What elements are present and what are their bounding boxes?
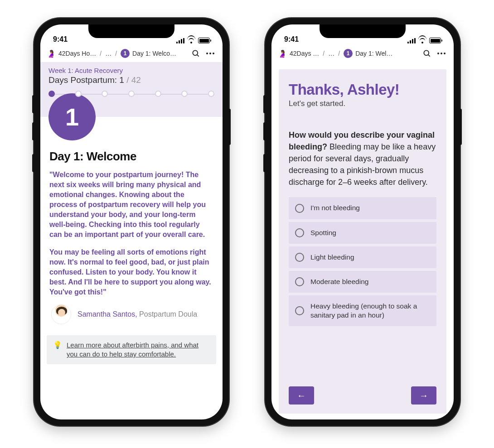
phone-notch xyxy=(320,24,406,38)
breadcrumb-bar: 🤰🏽 42Days … / … / 1 Day 1: Wel… xyxy=(271,45,454,62)
svg-line-3 xyxy=(428,55,430,57)
survey-question: How would you describe your vaginal blee… xyxy=(289,129,436,188)
page-content: Week 1: Acute Recovery Days Postpartum: … xyxy=(40,62,223,419)
breadcrumb-sep: / xyxy=(322,50,325,57)
breadcrumb-sep: / xyxy=(114,50,118,57)
option-label: I'm not bleeding xyxy=(310,203,360,212)
status-time: 9:41 xyxy=(53,35,68,43)
survey-card: Thanks, Ashley! Let's get started. How w… xyxy=(279,69,446,414)
day-number-badge: 1 xyxy=(48,93,96,140)
app-icon[interactable]: 🤰🏽 xyxy=(47,49,56,58)
step-dot[interactable] xyxy=(102,91,108,97)
phone-notch xyxy=(88,24,174,38)
status-icons xyxy=(176,38,210,43)
option-label: Spotting xyxy=(310,228,336,237)
intro-quote-2: You may be feeling all sorts of emotions… xyxy=(49,247,213,297)
step-dot[interactable] xyxy=(181,91,188,97)
thanks-subheading: Let's get started. xyxy=(289,99,436,108)
breadcrumb-mid[interactable]: … xyxy=(105,50,111,57)
breadcrumb-sep: / xyxy=(337,50,341,57)
step-dot[interactable] xyxy=(155,91,161,97)
status-icons xyxy=(407,38,441,43)
cellular-icon xyxy=(176,38,184,43)
radio-icon xyxy=(295,228,304,237)
radio-icon xyxy=(295,277,304,286)
breadcrumb-current[interactable]: Day 1: Welco… xyxy=(132,50,176,57)
breadcrumb-root[interactable]: 42Days … xyxy=(290,50,319,57)
radio-icon xyxy=(295,253,304,262)
search-icon[interactable] xyxy=(421,49,433,58)
days-label: Days Postpartum: xyxy=(48,75,117,85)
radio-icon xyxy=(295,306,304,315)
intro-quote-1: "Welcome to your postpartum journey! The… xyxy=(49,170,213,240)
survey-option[interactable]: Spotting xyxy=(289,222,436,244)
step-dot[interactable] xyxy=(48,91,55,97)
step-dot[interactable] xyxy=(128,91,135,97)
breadcrumb-badge: 1 xyxy=(121,49,130,58)
svg-point-0 xyxy=(193,50,198,55)
more-icon[interactable] xyxy=(204,53,216,54)
breadcrumb-bar: 🤰🏽 42Days Ho… / … / 1 Day 1: Welco… xyxy=(40,45,223,62)
wifi-icon xyxy=(418,38,426,43)
thanks-heading: Thanks, Ashley! xyxy=(289,81,436,98)
prev-button[interactable]: ← xyxy=(289,386,314,405)
battery-icon xyxy=(198,38,210,43)
step-dot[interactable] xyxy=(75,91,82,97)
phone-mockup-left: 9:41 🤰🏽 42Days Ho… / … / 1 Day 1: Welco… xyxy=(34,18,229,426)
option-list: I'm not bleedingSpottingLight bleedingMo… xyxy=(289,197,436,326)
breadcrumb-badge: 1 xyxy=(344,49,353,58)
status-time: 9:41 xyxy=(284,35,299,43)
radio-icon xyxy=(295,204,304,213)
days-current: 1 xyxy=(119,75,124,85)
wifi-icon xyxy=(187,38,195,43)
battery-icon xyxy=(429,38,441,43)
phone-screen: 9:41 🤰🏽 42Days Ho… / … / 1 Day 1: Welco… xyxy=(40,24,223,419)
page-title: Day 1: Welcome xyxy=(49,149,213,164)
lightbulb-icon: 💡 xyxy=(53,341,62,349)
breadcrumb-current[interactable]: Day 1: Wel… xyxy=(355,50,392,57)
survey-option[interactable]: Heavy bleeding (enough to soak a sanitar… xyxy=(289,295,436,326)
survey-option[interactable]: Light bleeding xyxy=(289,246,436,268)
author-avatar xyxy=(51,304,71,324)
option-label: Moderate bleeding xyxy=(310,277,368,286)
svg-line-1 xyxy=(197,55,199,57)
phone-screen: 9:41 🤰🏽 42Days … / … / 1 Day 1: Wel… Tha… xyxy=(271,24,454,419)
app-icon[interactable]: 🤰🏽 xyxy=(278,49,287,58)
option-label: Light bleeding xyxy=(310,253,354,262)
tip-callout[interactable]: 💡 Learn more about afterbirth pains, and… xyxy=(47,335,216,365)
page-content: Thanks, Ashley! Let's get started. How w… xyxy=(271,62,454,419)
author-row: Samantha Santos, Postpartum Doula xyxy=(49,304,213,324)
author-role: Postpartum Doula xyxy=(137,310,198,318)
survey-option[interactable]: Moderate bleeding xyxy=(289,271,436,293)
week-label: Week 1: Acute Recovery xyxy=(40,65,223,75)
breadcrumb-mid[interactable]: … xyxy=(328,50,334,57)
option-label: Heavy bleeding (enough to soak a sanitar… xyxy=(310,302,430,320)
phone-mockup-right: 9:41 🤰🏽 42Days … / … / 1 Day 1: Wel… Tha… xyxy=(265,18,460,426)
progress-header: Week 1: Acute Recovery Days Postpartum: … xyxy=(40,62,223,117)
tip-text: Learn more about afterbirth pains, and w… xyxy=(67,341,210,359)
next-button[interactable]: → xyxy=(411,386,436,405)
svg-point-2 xyxy=(424,50,429,55)
author-name: Samantha Santos, xyxy=(77,310,137,318)
search-icon[interactable] xyxy=(190,49,202,58)
survey-option[interactable]: I'm not bleeding xyxy=(289,197,436,219)
cellular-icon xyxy=(407,38,416,43)
breadcrumb-sep: / xyxy=(99,50,102,57)
days-total: / 42 xyxy=(126,75,141,85)
days-counter: Days Postpartum: 1 / 42 xyxy=(40,75,223,89)
breadcrumb-root[interactable]: 42Days Ho… xyxy=(58,50,96,57)
step-dot[interactable] xyxy=(208,91,214,97)
more-icon[interactable] xyxy=(436,53,447,54)
